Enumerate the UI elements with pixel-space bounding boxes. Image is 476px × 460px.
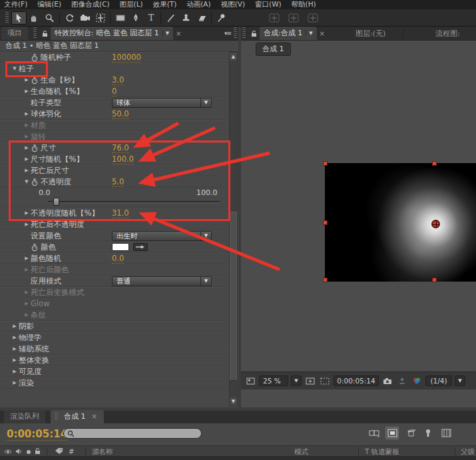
tab-composition[interactable]: 合成:合成 1 ▼ (260, 27, 317, 40)
tab-render-queue[interactable]: 渲染队列 (4, 410, 45, 423)
rect-tool-icon[interactable] (113, 11, 128, 25)
solo-icon[interactable] (26, 448, 31, 456)
param-value[interactable]: 0.0 (112, 254, 124, 264)
show-snapshot-icon[interactable] (396, 375, 408, 386)
mini-flowchart-icon[interactable] (244, 375, 256, 386)
zoom-level-dropdown[interactable]: 25 % (259, 375, 288, 386)
twirl-open-icon[interactable]: ▼ (11, 63, 19, 75)
menu-item-8[interactable]: 窗口(W) (255, 0, 282, 9)
viewer-timecode[interactable]: 0:00:05:14 (334, 375, 379, 386)
zoom-dropdown-arrow-icon[interactable]: ▼ (291, 375, 302, 386)
region-of-interest-icon[interactable] (319, 375, 331, 386)
frame-blend-icon[interactable] (367, 427, 381, 439)
stamp-tool-icon[interactable] (178, 11, 194, 25)
camera-tool-icon[interactable] (77, 11, 93, 25)
safe-margins-icon[interactable] (304, 375, 316, 386)
menu-item-1[interactable]: 文件(F) (4, 0, 27, 9)
lock-icon[interactable] (251, 30, 257, 37)
hand-tool-icon[interactable] (27, 11, 42, 25)
pan-behind-tool-icon[interactable] (93, 11, 108, 25)
twirl-closed-icon[interactable]: ▶ (11, 332, 19, 344)
timeline-search[interactable] (63, 428, 202, 439)
lock-icon[interactable] (42, 30, 48, 37)
twirl-open-icon[interactable]: ▼ (23, 176, 31, 188)
current-time-display[interactable]: 0:00:05:14 (7, 428, 67, 441)
tab-layer[interactable]: 图层:(无) (356, 29, 385, 39)
scrollbar[interactable]: ▲ ▼ (229, 52, 238, 406)
menu-item-9[interactable]: 帮助(H) (292, 0, 316, 9)
dropdown-arrow-icon[interactable]: ▼ (200, 277, 211, 286)
stopwatch-icon[interactable] (31, 144, 38, 152)
twirl-closed-icon[interactable]: ▶ (23, 154, 31, 165)
column-source-name[interactable]: 源名称 (92, 447, 113, 457)
resolution-dropdown[interactable]: (1/4) (425, 375, 452, 386)
label-tag-icon[interactable] (55, 447, 63, 456)
slider-handle[interactable] (53, 198, 59, 206)
pin-tool-icon[interactable] (214, 11, 229, 25)
close-icon[interactable]: × (176, 30, 181, 37)
twirl-closed-icon[interactable]: ▶ (23, 109, 31, 120)
tab-flowchart[interactable]: 流程图: (435, 29, 460, 39)
param-value[interactable]: 31.0 (112, 209, 129, 218)
close-icon[interactable]: × (320, 30, 325, 37)
twirl-closed-icon[interactable]: ▶ (23, 165, 31, 176)
selection-tool-icon[interactable] (11, 11, 27, 25)
param-value[interactable]: 50.0 (112, 110, 129, 119)
param-value[interactable]: 100000 (112, 53, 141, 63)
snapshot-camera-icon[interactable] (381, 375, 393, 386)
column-trkmat[interactable]: T 轨道蒙板 (365, 447, 399, 457)
color-swatch[interactable] (112, 243, 129, 251)
video-eye-icon[interactable] (4, 448, 12, 456)
zoom-tool-icon[interactable] (42, 11, 57, 25)
scroll-down-icon[interactable]: ▼ (230, 397, 237, 405)
eraser-tool-icon[interactable] (194, 11, 209, 25)
twirl-closed-icon[interactable]: ▶ (23, 310, 31, 321)
lock-icon[interactable] (35, 447, 41, 456)
column-mode[interactable]: 模式 (294, 447, 308, 457)
twirl-closed-icon[interactable]: ▶ (23, 75, 31, 86)
twirl-closed-icon[interactable]: ▶ (11, 321, 19, 332)
tab-comp-1[interactable]: 合成 1 × (51, 410, 104, 423)
chevron-down-icon[interactable]: ▼ (306, 31, 312, 36)
twirl-closed-icon[interactable]: ▶ (23, 142, 31, 154)
live-update-icon[interactable]: ✶ (403, 427, 417, 439)
param-dropdown[interactable]: 出生时▼ (112, 231, 212, 241)
twirl-closed-icon[interactable]: ▶ (23, 120, 31, 131)
twirl-closed-icon[interactable]: ▶ (23, 219, 31, 230)
axis-view-icon[interactable] (305, 11, 320, 25)
twirl-closed-icon[interactable]: ▶ (23, 287, 31, 298)
comp-name-chip[interactable]: 合成 1 (256, 43, 291, 56)
motion-blur-icon[interactable] (421, 427, 435, 439)
twirl-closed-icon[interactable]: ▶ (23, 253, 31, 264)
selection-handle[interactable] (323, 278, 328, 282)
twirl-closed-icon[interactable]: ▶ (23, 208, 31, 219)
graph-editor-icon[interactable] (439, 427, 453, 439)
selection-handle[interactable] (323, 161, 328, 166)
param-dropdown[interactable]: 普通▼ (112, 276, 212, 286)
stopwatch-icon[interactable] (31, 54, 38, 62)
menu-item-5[interactable]: 效果(T) (153, 0, 177, 9)
menu-item-6[interactable]: 动画(A) (186, 0, 210, 9)
draft-3d-icon[interactable] (385, 427, 399, 439)
menu-item-2[interactable]: 编辑(E) (37, 0, 61, 9)
solid-layer-with-particle[interactable] (325, 163, 476, 282)
panel-gripper[interactable] (234, 27, 237, 39)
panel-gripper[interactable] (33, 27, 37, 39)
param-value[interactable]: 3.0 (112, 76, 124, 85)
tab-effect-controls[interactable]: 特效控制台: 暗色 蓝色 固态层 1 ▼ (51, 27, 173, 40)
panel-menu-icon[interactable]: ▾≡ (224, 30, 231, 37)
param-dropdown[interactable]: 球体▼ (112, 98, 212, 108)
audio-speaker-icon[interactable] (15, 448, 23, 456)
brush-tool-icon[interactable] (163, 11, 178, 25)
tab-project[interactable]: 项目 (1, 27, 28, 40)
column-parent[interactable]: 父级 (461, 447, 475, 457)
pen-tool-icon[interactable] (128, 11, 143, 25)
channel-rgb-icon[interactable] (411, 375, 423, 386)
toolbar-gripper[interactable] (5, 12, 9, 24)
slider-track[interactable] (48, 201, 220, 203)
resolution-dropdown-arrow-icon[interactable]: ▼ (455, 375, 465, 386)
scrollbar-thumb[interactable] (230, 212, 237, 381)
param-value[interactable]: 5.0 (112, 178, 124, 187)
anchor-point-target[interactable] (431, 220, 440, 228)
dropdown-arrow-icon[interactable]: ▼ (200, 99, 211, 107)
